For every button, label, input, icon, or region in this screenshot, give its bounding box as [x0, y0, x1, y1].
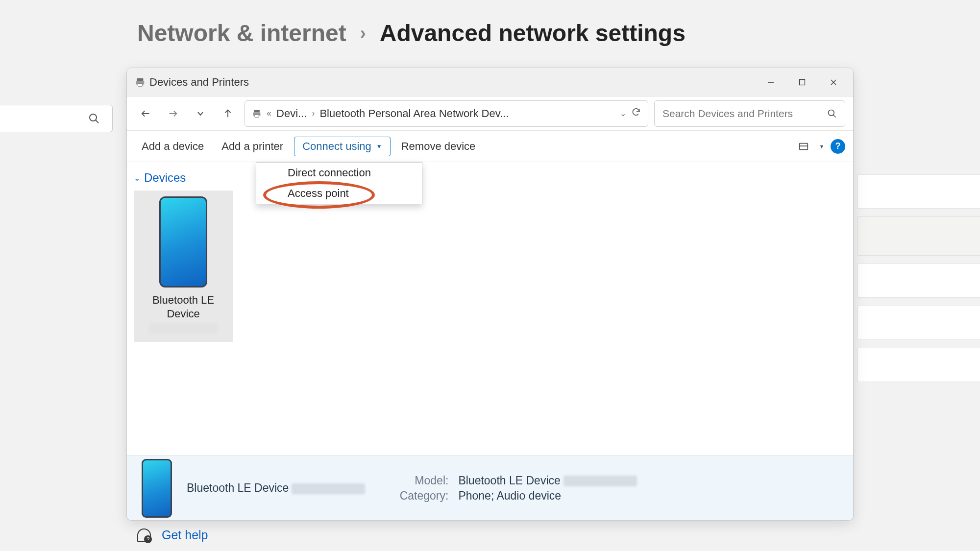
add-printer-button[interactable]: Add a printer — [215, 137, 290, 156]
breadcrumb-current: Advanced network settings — [380, 20, 686, 47]
phone-icon — [142, 459, 172, 518]
forward-button[interactable] — [162, 103, 184, 124]
search-icon — [827, 109, 837, 119]
printer-icon — [135, 77, 146, 88]
svg-point-15 — [829, 110, 834, 116]
devices-and-printers-window: Devices and Printers « Devi... › Blue — [126, 68, 854, 521]
model-value: Bluetooth LE Device — [458, 474, 637, 487]
get-help-label: Get help — [162, 528, 208, 542]
address-segment[interactable]: Devi... — [276, 107, 307, 120]
caret-down-icon: ▼ — [376, 143, 382, 150]
address-segment[interactable]: Bluetooth Personal Area Network Dev... — [319, 107, 509, 120]
window-title: Devices and Printers — [149, 76, 755, 89]
category-label: Category: — [394, 489, 448, 503]
view-layout-button[interactable] — [794, 137, 813, 156]
details-name: Bluetooth LE Device — [187, 481, 365, 495]
maximize-button[interactable] — [786, 68, 818, 96]
search-box[interactable] — [654, 100, 845, 127]
redacted-text — [564, 476, 637, 486]
svg-rect-12 — [254, 110, 260, 112]
section-header-devices[interactable]: ⌄ Devices — [134, 171, 846, 185]
printer-icon — [252, 109, 262, 119]
settings-list-partial — [858, 174, 980, 390]
view-dropdown-caret[interactable]: ▼ — [817, 137, 827, 156]
list-item[interactable] — [858, 216, 980, 256]
breadcrumb: Network & internet › Advanced network se… — [137, 20, 686, 47]
redacted-text — [149, 323, 218, 334]
connect-using-menu: Direct connection Access point — [256, 162, 422, 204]
up-button[interactable] — [217, 103, 239, 124]
device-item[interactable]: Bluetooth LE Device — [134, 191, 233, 342]
phone-icon — [159, 196, 207, 287]
history-dropdown-button[interactable] — [190, 103, 211, 124]
remove-device-button[interactable]: Remove device — [394, 137, 483, 156]
minimize-button[interactable] — [755, 68, 786, 96]
nav-row: « Devi... › Bluetooth Personal Area Netw… — [127, 96, 853, 131]
command-bar: Add a device Add a printer Connect using… — [127, 131, 853, 162]
chevron-right-icon: › — [360, 23, 366, 44]
content-area: ⌄ Devices Bluetooth LE Device Direct con… — [127, 162, 853, 455]
svg-rect-2 — [137, 78, 144, 81]
address-bar[interactable]: « Devi... › Bluetooth Personal Area Netw… — [245, 100, 648, 127]
list-item[interactable] — [858, 306, 980, 340]
close-button[interactable] — [818, 68, 849, 96]
list-item[interactable] — [858, 348, 980, 382]
settings-search-pill[interactable] — [0, 105, 113, 132]
menu-item-direct-connection[interactable]: Direct connection — [256, 163, 422, 183]
category-value: Phone; Audio device — [458, 489, 561, 503]
help-bubble-icon — [137, 528, 151, 542]
chevron-right-icon: › — [312, 108, 315, 119]
add-device-button[interactable]: Add a device — [135, 137, 211, 156]
section-label: Devices — [144, 171, 186, 185]
refresh-button[interactable] — [631, 107, 641, 120]
titlebar: Devices and Printers — [127, 68, 853, 96]
breadcrumb-parent[interactable]: Network & internet — [137, 20, 346, 47]
device-label: Bluetooth LE Device — [138, 293, 229, 320]
search-icon — [88, 113, 100, 124]
connect-using-dropdown[interactable]: Connect using ▼ — [294, 137, 391, 156]
svg-rect-14 — [255, 115, 259, 117]
list-item[interactable] — [858, 174, 980, 209]
redacted-text — [292, 483, 365, 494]
svg-line-1 — [96, 120, 98, 123]
get-help-link[interactable]: Get help — [137, 528, 208, 542]
overflow-chevron-icon[interactable]: « — [267, 108, 271, 119]
caret-down-icon: ▼ — [819, 144, 825, 149]
model-label: Model: — [394, 474, 448, 487]
list-item[interactable] — [858, 264, 980, 298]
connect-using-label: Connect using — [302, 140, 371, 153]
svg-rect-4 — [138, 83, 142, 86]
details-grid: Model: Bluetooth LE Device Category: Pho… — [394, 474, 637, 503]
menu-item-access-point[interactable]: Access point — [256, 183, 422, 204]
chevron-down-icon: ⌄ — [134, 173, 140, 183]
details-pane: Bluetooth LE Device Model: Bluetooth LE … — [127, 455, 853, 520]
chevron-down-icon[interactable]: ⌄ — [620, 109, 626, 118]
svg-line-16 — [833, 115, 836, 117]
svg-point-0 — [90, 114, 97, 121]
back-button[interactable] — [135, 103, 156, 124]
search-input[interactable] — [662, 108, 827, 120]
help-button[interactable]: ? — [831, 139, 845, 154]
svg-rect-6 — [800, 79, 805, 85]
